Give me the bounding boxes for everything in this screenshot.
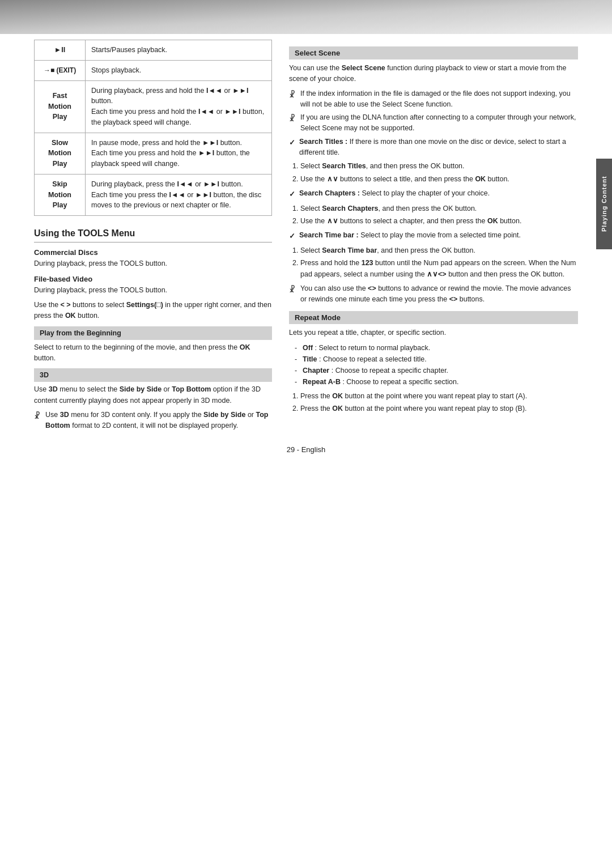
search-time-bar-steps: Select Search Time bar, and then press t… [300,245,578,280]
table-row: ►II Starts/Pauses playback. [35,40,272,61]
description-cell: During playback, press and hold the I◄◄ … [86,80,272,133]
also-note-text: You can also use the <> buttons to advan… [300,283,578,305]
content-wrapper: Playing Content ►II Starts/Pauses playba… [34,34,578,834]
play-from-beginning-text: Select to return to the beginning of the… [34,342,272,364]
repeat-mode-steps: Press the OK button at the point where y… [300,391,578,415]
left-column: ►II Starts/Pauses playback. →■ (EXIT) St… [34,40,272,434]
list-item: Press and hold the 123 button until the … [300,258,578,280]
tools-section-title: Using the TOOLS Menu [34,228,272,239]
also-note: ☧ You can also use the <> buttons to adv… [289,283,578,305]
playback-table: ►II Starts/Pauses playback. →■ (EXIT) St… [34,40,272,216]
list-item: Use the ∧∨ buttons to select a chapter, … [300,216,578,227]
select-scene-note-2-text: If you are using the DLNA function after… [300,112,578,134]
repeat-mode-header: Repeat Mode [289,311,578,324]
label-cell-fast-motion: FastMotionPlay [35,80,86,133]
table-row: SlowMotionPlay In pause mode, press and … [35,133,272,174]
note-icon-1: ☧ [289,89,300,101]
note-icon: ☧ [34,410,45,422]
search-chapters-item: ✓ Search Chapters : Select to play the c… [289,188,578,200]
symbol-cell: ►II [35,40,86,61]
search-time-bar-item: ✓ Search Time bar : Select to play the m… [289,230,578,242]
list-item: Off : Select to return to normal playbac… [295,342,578,354]
search-titles-text: Search Titles : If there is more than on… [299,137,578,158]
list-item: Select Search Time bar, and then press t… [300,245,578,256]
3d-text: Use 3D menu to select the Side by Side o… [34,384,272,406]
select-scene-header: Select Scene [289,46,578,59]
list-item: Select Search Titles, and then press the… [300,161,578,172]
symbol-cell: →■ (EXIT) [35,60,86,80]
repeat-mode-intro: Lets you repeat a title, chapter, or spe… [289,327,578,338]
file-based-video-line2: Use the < > buttons to select Settings(□… [34,300,272,322]
file-based-video-heading: File-based Video [34,275,272,283]
search-chapters-text: Search Chapters : Select to play the cha… [299,188,490,199]
checkmark-icon-2: ✓ [289,189,299,200]
select-scene-note-1: ☧ If the index information in the file i… [289,88,578,110]
search-time-bar-text: Search Time bar : Select to play the mov… [299,230,521,241]
list-item: Title : Choose to repeat a selected titl… [295,354,578,365]
main-layout: ►II Starts/Pauses playback. →■ (EXIT) St… [34,40,578,434]
note-icon-2: ☧ [289,113,300,125]
checkmark-icon-1: ✓ [289,137,299,148]
page-number: 29 - English [34,445,578,454]
list-item: Press the OK button at the point where y… [300,391,578,402]
search-chapters-steps: Select Search Chapters, and then press t… [300,203,578,227]
label-cell-slow-motion: SlowMotionPlay [35,133,86,174]
label-cell-skip-motion: SkipMotionPlay [35,174,86,215]
top-decorative-bar [0,0,612,34]
search-titles-steps: Select Search Titles, and then press the… [300,161,578,185]
file-based-video-line1: During playback, press the TOOLS button. [34,285,272,296]
side-tab-playing-content: Playing Content [596,159,612,249]
select-scene-note-2: ☧ If you are using the DLNA function aft… [289,112,578,134]
description-cell: Stops playback. [86,60,272,80]
select-scene-note-1-text: If the index information in the file is … [300,88,578,110]
list-item: Use the ∧∨ buttons to select a title, an… [300,174,578,185]
description-cell: In pause mode, press and hold the ►►I bu… [86,133,272,174]
select-scene-intro: You can use the Select Scene function du… [289,63,578,85]
commercial-discs-text: During playback, press the TOOLS button. [34,258,272,269]
table-row: FastMotionPlay During playback, press an… [35,80,272,133]
right-column: Select Scene You can use the Select Scen… [289,40,578,434]
search-titles-item: ✓ Search Titles : If there is more than … [289,137,578,158]
commercial-discs-heading: Commercial Discs [34,248,272,257]
3d-note: ☧ Use 3D menu for 3D content only. If yo… [34,410,272,431]
list-item: Select Search Chapters, and then press t… [300,203,578,214]
table-row: →■ (EXIT) Stops playback. [35,60,272,80]
repeat-mode-options: Off : Select to return to normal playbac… [295,342,578,388]
list-item: Press the OK button at the point where y… [300,403,578,414]
description-cell: During playback, press the I◄◄ or ►►I bu… [86,174,272,215]
3d-box: 3D [34,368,272,382]
description-cell: Starts/Pauses playback. [86,40,272,61]
table-row: SkipMotionPlay During playback, press th… [35,174,272,215]
list-item: Chapter : Choose to repeat a specific ch… [295,365,578,376]
play-from-beginning-box: Play from the Beginning [34,326,272,340]
3d-note-text: Use 3D menu for 3D content only. If you … [45,410,272,431]
note-icon-3: ☧ [289,284,300,296]
checkmark-icon-3: ✓ [289,231,299,242]
list-item: Repeat A-B : Choose to repeat a specific… [295,376,578,388]
section-divider [34,242,272,242]
